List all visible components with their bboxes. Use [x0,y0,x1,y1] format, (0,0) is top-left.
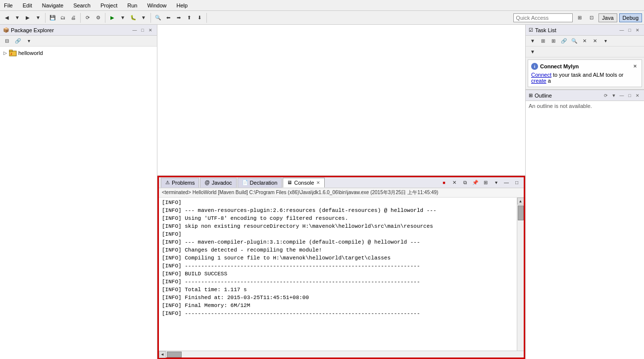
debug-perspective-btn[interactable]: Debug [619,13,642,22]
outline-minimize-btn[interactable]: — [618,92,625,99]
connect-text-middle: to your task and ALM tools or [551,72,624,78]
declaration-icon: 📄 [242,180,248,185]
console-close-icon[interactable]: ✕ [316,180,320,185]
pe-menu-btn[interactable]: ▾ [24,36,34,46]
menu-help[interactable]: Help [175,1,190,9]
tl-expand-btn[interactable]: ▼ [528,47,538,57]
menu-file[interactable]: File [2,1,15,9]
connect-mylyn-body: Connect to your task and ALM tools or cr… [531,72,639,84]
tl-minimize-btn[interactable]: — [618,27,625,34]
save-all-btn[interactable]: 🗂 [58,13,68,23]
console-copy-btn[interactable]: ⧉ [460,178,470,188]
pe-maximize-btn[interactable]: □ [139,27,146,34]
dd-btn2[interactable]: ▼ [33,13,43,23]
tree-expand-icon[interactable]: ▷ [2,50,8,56]
outline-btn1[interactable]: ⟳ [602,92,609,99]
console-clear-btn[interactable]: ✕ [449,178,459,188]
scroll-up-arrow[interactable]: ▲ [517,198,524,205]
tl-btn2[interactable]: ⊞ [538,36,548,46]
console-stop-btn[interactable]: ■ [439,178,449,188]
toolbar: ◀ ▼ ▶ ▼ 💾 🗂 🖨 ⟳ ⚙ ▶ ▼ 🐛 ▼ 🔍 ⬅ ➡ ⬆ ⬇ ⊞ ⊡ … [0,11,644,25]
nav-btn3[interactable]: ⬆ [184,13,194,23]
console-pin-btn[interactable]: 📌 [470,178,480,188]
tl-btn1[interactable]: ▼ [528,36,538,46]
tree-label-helloworld: helloworld [18,50,43,56]
tl-btn8[interactable]: ▾ [600,36,610,46]
refresh-btn[interactable]: ⟳ [83,13,93,23]
nav-btn1[interactable]: ⬅ [163,13,173,23]
tl-btn7[interactable]: ✕ [590,36,600,46]
java-perspective-btn[interactable]: Java [598,13,617,22]
package-explorer-title: Package Explorer [11,27,54,33]
scroll-thumb[interactable] [518,205,524,220]
left-panel: 📦 Package Explorer — □ ✕ ⊟ 🔗 ▾ ▷ J [0,25,157,359]
console-line: [INFO] ---------------------------------… [162,278,514,286]
outline-content: An outline is not available. [526,101,644,359]
tl-btn6[interactable]: ✕ [580,36,590,46]
console-menu-btn[interactable]: ▾ [491,178,501,188]
connect-text-after: a [546,78,551,84]
tab-problems[interactable]: ⚠ Problems [161,178,199,188]
menu-search[interactable]: Search [71,1,93,9]
quick-access-input[interactable] [513,13,573,22]
connect-link[interactable]: Connect [531,72,551,78]
search-btn[interactable]: 🔍 [153,13,163,23]
tab-declaration[interactable]: 📄 Declaration [238,178,282,188]
settings-btn[interactable]: ⚙ [93,13,103,23]
nav-btn4[interactable]: ⬇ [195,13,204,23]
nav-btn2[interactable]: ➡ [174,13,184,23]
outline-close-btn[interactable]: ✕ [634,92,641,99]
tab-console[interactable]: 🖥 Console ✕ [283,178,324,188]
tl-btn3[interactable]: ⊞ [548,36,558,46]
outline-header: ⊞ Outline ⟳ ▼ — □ ✕ [526,90,644,101]
debug-dd-btn[interactable]: ▼ [139,13,149,23]
dd-btn1[interactable]: ▼ [12,13,22,23]
tl-btn5[interactable]: 🔍 [569,36,579,46]
fwd-btn[interactable]: ▶ [23,13,33,23]
toolbar-misc-btn1[interactable]: ⊞ [575,13,585,23]
pe-close-btn[interactable]: ✕ [147,27,154,34]
menu-project[interactable]: Project [99,1,119,9]
console-scroll-area: [INFO][INFO] --- maven-resources-plugin:… [159,198,524,351]
back-btn[interactable]: ◀ [2,13,12,23]
hscroll-thumb[interactable] [167,352,182,358]
run-btn[interactable]: ▶ [107,13,117,23]
tab-console-label: Console [294,180,314,186]
outline-maximize-btn[interactable]: □ [626,92,633,99]
menu-window[interactable]: Window [145,1,168,9]
create-link[interactable]: create [531,78,546,84]
console-minimize-btn[interactable]: — [501,178,511,188]
console-body[interactable]: [INFO][INFO] --- maven-resources-plugin:… [159,198,517,351]
pe-minimize-btn[interactable]: — [131,27,138,34]
mylyn-close-btn[interactable]: ✕ [632,63,639,70]
console-maximize-btn[interactable]: □ [512,178,522,188]
run-dd-btn[interactable]: ▼ [118,13,128,23]
svg-text:J: J [10,52,12,55]
debug-btn[interactable]: 🐛 [128,13,138,23]
console-scrollbar[interactable]: ▲ [517,198,524,351]
bottom-panel: ⚠ Problems @ Javadoc 📄 Declaration 🖥 Con… [157,176,525,359]
pe-link-btn[interactable]: 🔗 [13,36,23,46]
tree-item-helloworld[interactable]: ▷ J helloworld [0,49,157,57]
connect-mylyn-box: i Connect Mylyn ✕ Connect to your task a… [528,59,642,87]
menu-navigate[interactable]: Navigate [40,1,65,9]
scroll-left-arrow[interactable]: ◀ [159,351,166,358]
toolbar-misc-btn2[interactable]: ⊡ [587,13,596,23]
tl-maximize-btn[interactable]: □ [626,27,633,34]
task-list-toolbar1: ▼ ⊞ ⊞ 🔗 🔍 ✕ ✕ ▾ [526,36,644,47]
print-btn[interactable]: 🖨 [68,13,78,23]
console-line: [INFO] Final Memory: 6M/12M [162,302,514,309]
tl-close-btn[interactable]: ✕ [634,27,641,34]
tab-javadoc[interactable]: @ Javadoc [200,178,236,188]
save-btn[interactable]: 💾 [48,13,57,23]
menu-run[interactable]: Run [125,1,139,9]
tl-btn4[interactable]: 🔗 [559,36,569,46]
package-explorer-header: 📦 Package Explorer — □ ✕ [0,25,157,36]
task-list-panel: ☑ Task List — □ ✕ ▼ ⊞ ⊞ 🔗 🔍 ✕ ✕ ▾ ▼ [526,25,644,90]
pe-collapse-btn[interactable]: ⊟ [2,36,12,46]
package-explorer-icon: 📦 [3,27,9,33]
console-hscrollbar[interactable]: ◀ [159,351,524,358]
menu-edit[interactable]: Edit [21,1,34,9]
outline-btn2[interactable]: ▼ [610,92,617,99]
console-open-btn[interactable]: ⊞ [481,178,491,188]
